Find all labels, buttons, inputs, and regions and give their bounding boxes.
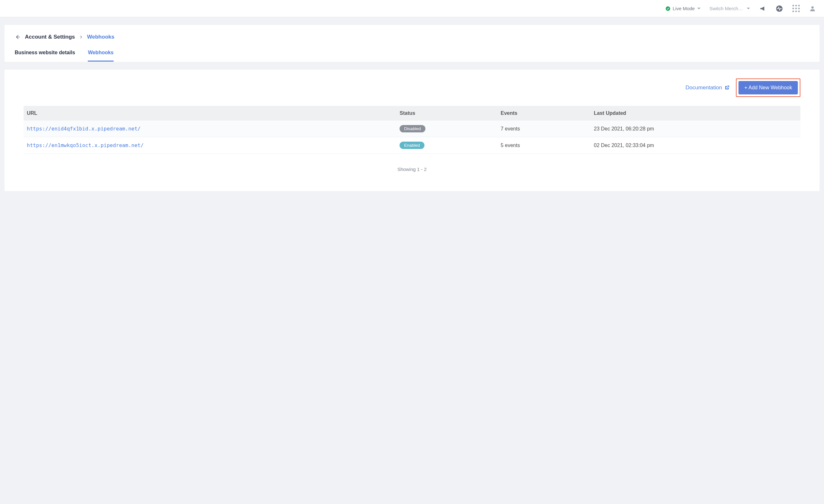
events-cell: 5 events — [498, 137, 591, 154]
user-profile-icon[interactable] — [809, 5, 816, 12]
tab-business-website-details[interactable]: Business website details — [15, 50, 75, 61]
chevron-right-icon — [80, 34, 83, 40]
col-updated: Last Updated — [591, 106, 800, 121]
status-badge: Enabled — [400, 142, 424, 149]
switch-merchant-selector[interactable]: Switch Merch… — [709, 6, 750, 11]
svg-point-1 — [811, 6, 814, 8]
check-circle-icon — [666, 6, 670, 11]
breadcrumb-current: Webhooks — [87, 34, 115, 40]
breadcrumb-parent[interactable]: Account & Settings — [25, 34, 75, 40]
apps-grid-icon[interactable] — [792, 5, 800, 12]
announcement-icon[interactable] — [759, 5, 766, 12]
chevron-down-icon — [747, 8, 750, 9]
mode-label: Live Mode — [673, 6, 695, 11]
documentation-link[interactable]: Documentation — [686, 85, 730, 91]
table-row[interactable]: https://en1mwkqo5ioct.x.pipedream.net/ E… — [24, 137, 800, 154]
add-new-webhook-button[interactable]: + Add New Webhook — [738, 81, 798, 95]
breadcrumb: Account & Settings Webhooks — [15, 34, 809, 40]
webhooks-table: URL Status Events Last Updated https://e… — [24, 106, 800, 154]
col-url: URL — [24, 106, 396, 121]
activity-icon[interactable] — [776, 5, 783, 12]
col-status: Status — [396, 106, 497, 121]
pagination-summary: Showing 1 - 2 — [24, 166, 800, 172]
status-badge: Disabled — [400, 125, 425, 132]
col-events: Events — [498, 106, 591, 121]
switch-merchant-label: Switch Merch… — [709, 6, 743, 11]
add-webhook-highlight: + Add New Webhook — [736, 79, 800, 97]
updated-cell: 02 Dec 2021, 02:33:04 pm — [591, 137, 800, 154]
table-row[interactable]: https://enid4qfx1bid.x.pipedream.net/ Di… — [24, 121, 800, 137]
updated-cell: 23 Dec 2021, 06:20:28 pm — [591, 121, 800, 137]
chevron-down-icon — [697, 8, 701, 9]
tab-webhooks[interactable]: Webhooks — [88, 50, 114, 61]
events-cell: 7 events — [498, 121, 591, 137]
webhook-url-link[interactable]: https://enid4qfx1bid.x.pipedream.net/ — [27, 126, 140, 132]
back-arrow-icon[interactable] — [15, 34, 20, 40]
documentation-label: Documentation — [686, 85, 722, 91]
webhook-url-link[interactable]: https://en1mwkqo5ioct.x.pipedream.net/ — [27, 142, 143, 148]
external-link-icon — [724, 85, 730, 90]
mode-selector[interactable]: Live Mode — [666, 6, 701, 11]
